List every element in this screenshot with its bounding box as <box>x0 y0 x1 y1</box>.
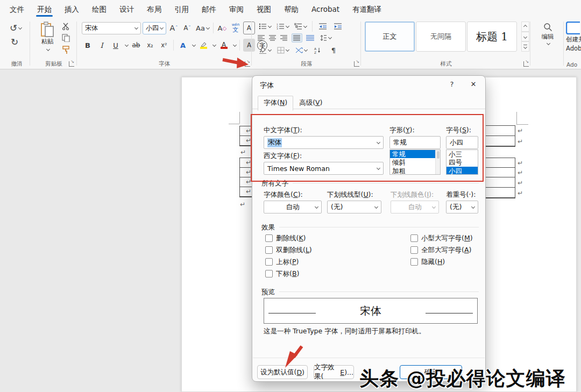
close-icon[interactable]: ✕ <box>467 79 479 90</box>
styles-gallery-expand-button[interactable] <box>521 41 529 52</box>
align-left-icon[interactable] <box>258 35 265 41</box>
justify-button[interactable] <box>292 33 302 42</box>
tab-acrobat[interactable]: Acrobat <box>305 0 346 18</box>
emphasis-mark-combobox[interactable]: (无) <box>446 201 478 213</box>
tab-references[interactable]: 引用 <box>168 0 195 18</box>
bold-button[interactable]: B <box>82 39 94 52</box>
font-color-button[interactable]: A <box>218 39 230 52</box>
superscript-button[interactable]: x² <box>158 39 170 52</box>
paste-button[interactable]: 粘贴 <box>35 22 60 63</box>
font-size-combobox[interactable]: 小四 <box>143 22 166 34</box>
list-item[interactable]: 小三 <box>447 150 478 158</box>
hidden-checkbox-label[interactable]: 隐藏(H) <box>421 258 445 267</box>
line-spacing-button[interactable] <box>318 34 332 42</box>
small-caps-checkbox[interactable] <box>410 234 418 242</box>
cut-icon[interactable] <box>62 23 70 30</box>
numbering-button[interactable]: 123 <box>275 22 290 31</box>
styles-scroll-down-button[interactable] <box>521 32 529 42</box>
scrollbar[interactable] <box>435 150 440 174</box>
format-painter-icon[interactable] <box>62 46 70 54</box>
text-highlight-button[interactable] <box>197 39 209 52</box>
set-as-default-button[interactable]: 设为默认值(D) <box>257 365 308 379</box>
increase-indent-button[interactable] <box>332 22 344 31</box>
tab-youdao-translate[interactable]: 有道翻译 <box>346 0 388 18</box>
multilevel-list-button[interactable] <box>293 22 308 31</box>
paragraph-dialog-launcher-icon[interactable] <box>354 61 359 67</box>
tab-file[interactable]: 文件 <box>3 0 31 18</box>
chevron-down-icon <box>233 42 237 46</box>
underline-button[interactable]: U <box>110 39 122 52</box>
western-font-combobox[interactable]: Times New Roman <box>264 162 384 175</box>
subscript-button[interactable]: x₂ <box>144 39 156 52</box>
copy-icon[interactable] <box>62 34 70 42</box>
list-item[interactable]: 常规 <box>390 150 436 158</box>
editing-button[interactable]: 编辑 <box>532 23 564 46</box>
sort-button[interactable]: AZ <box>312 45 324 55</box>
all-caps-checkbox[interactable] <box>410 246 418 254</box>
align-right-icon[interactable] <box>280 35 288 41</box>
style-no-spacing[interactable]: 无间隔 <box>416 22 466 52</box>
subscript-checkbox[interactable] <box>265 270 273 277</box>
strikethrough-checkbox-label[interactable]: 删除线(K) <box>276 234 306 243</box>
distribute-icon[interactable] <box>306 35 315 41</box>
double-strikethrough-checkbox-label[interactable]: 双删除线(L) <box>276 246 312 255</box>
font-style-textbox[interactable]: 常规 <box>389 136 441 149</box>
list-item[interactable]: 四号 <box>447 158 478 166</box>
small-caps-checkbox-label[interactable]: 小型大写字母(M) <box>421 234 473 243</box>
hidden-checkbox[interactable] <box>410 258 418 266</box>
borders-button[interactable] <box>276 45 290 55</box>
shrink-font-button[interactable]: A <box>181 22 193 34</box>
change-case-button[interactable]: Aa <box>195 22 210 34</box>
borders-grid-icon <box>277 47 285 54</box>
tab-font[interactable]: 字体(N) <box>258 96 293 111</box>
style-heading1[interactable]: 标题 1 <box>467 22 517 52</box>
decrease-indent-button[interactable] <box>317 22 329 31</box>
font-size-listbox[interactable]: 小三 四号 小四 <box>446 149 478 175</box>
superscript-checkbox[interactable] <box>265 258 273 266</box>
cn-font-combobox[interactable]: 宋体 <box>264 136 384 149</box>
list-item[interactable]: 倾斜 <box>390 158 440 166</box>
tab-draw[interactable]: 绘图 <box>86 0 113 18</box>
list-item[interactable]: 加粗 <box>390 167 440 175</box>
align-center-icon[interactable] <box>269 35 277 41</box>
underline-style-combobox[interactable]: (无) <box>327 201 381 213</box>
tab-design[interactable]: 设计 <box>113 0 140 18</box>
text-effects-button[interactable]: 文字效果(E)... <box>314 365 354 379</box>
strikethrough-button[interactable]: ab <box>130 39 142 52</box>
phonetic-guide-button[interactable]: wén文 <box>230 22 242 34</box>
help-icon[interactable]: ? <box>447 80 457 88</box>
double-strikethrough-checkbox[interactable] <box>265 246 273 254</box>
undo-button[interactable]: ↺ <box>9 22 23 34</box>
grow-font-button[interactable]: A <box>168 22 180 34</box>
tab-view[interactable]: 视图 <box>250 0 278 18</box>
shading-button[interactable] <box>258 45 272 55</box>
subscript-checkbox-label[interactable]: 下标(B) <box>276 269 299 279</box>
tab-home[interactable]: 开始 <box>31 0 58 18</box>
strikethrough-checkbox[interactable] <box>265 234 273 242</box>
text-effects-button[interactable]: A <box>177 39 189 52</box>
styles-dialog-launcher-icon[interactable] <box>523 61 529 67</box>
clear-formatting-button[interactable]: A◇ <box>216 22 228 34</box>
bullets-button[interactable] <box>258 22 272 31</box>
font-style-listbox[interactable]: 常规 倾斜 加粗 <box>389 149 441 175</box>
redo-button[interactable]: ↻ <box>9 35 20 48</box>
style-normal[interactable]: 正文 <box>365 22 415 52</box>
list-item[interactable]: 小四 <box>447 167 478 175</box>
tab-help[interactable]: 帮助 <box>278 0 305 18</box>
tab-mailings[interactable]: 邮件 <box>195 0 223 18</box>
font-name-combobox[interactable]: 宋体 <box>82 22 141 34</box>
tab-layout[interactable]: 布局 <box>140 0 168 18</box>
font-color-combobox[interactable]: 自动 <box>264 201 322 213</box>
superscript-checkbox-label[interactable]: 上标(P) <box>276 258 299 267</box>
clipboard-dialog-launcher-icon[interactable] <box>69 61 74 67</box>
font-size-textbox[interactable]: 小四 <box>446 136 478 149</box>
italic-button[interactable]: I <box>96 39 108 52</box>
all-caps-checkbox-label[interactable]: 全部大写字母(A) <box>421 246 471 255</box>
tab-insert[interactable]: 插入 <box>58 0 86 18</box>
font-dialog-launcher-icon[interactable] <box>245 61 250 67</box>
show-hide-marks-button[interactable]: ¶ <box>328 45 339 55</box>
asian-layout-button[interactable] <box>294 45 308 55</box>
create-share-adobe-pdf-button[interactable]: 创建并 Adob <box>566 22 581 52</box>
styles-scroll-up-button[interactable] <box>521 22 529 32</box>
tab-review[interactable]: 审阅 <box>223 0 250 18</box>
